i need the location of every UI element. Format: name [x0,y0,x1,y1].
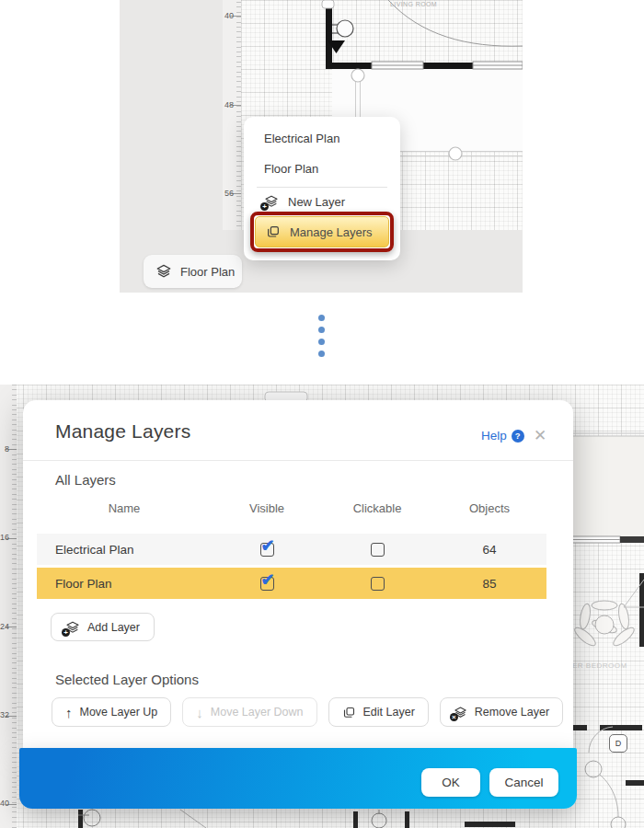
manage-layers-icon [266,224,281,239]
help-link[interactable]: Help ? [481,429,524,443]
help-icon: ? [512,430,524,443]
edit-layer-label: Edit Layer [363,706,415,719]
edit-layer-button[interactable]: Edit Layer [328,697,429,727]
add-layer-label: Add Layer [87,621,140,634]
menu-item-electrical-plan[interactable]: Electrical Plan [244,132,400,145]
layers-table: Name Visible Clickable Objects Electrica… [37,501,546,602]
close-icon[interactable]: ✕ [534,426,546,445]
remove-layer-icon [454,706,467,719]
visible-checkbox[interactable] [260,543,274,557]
help-label: Help [481,429,507,443]
column-header-visible: Visible [212,501,322,518]
header-divider [23,460,573,461]
cancel-button[interactable]: Cancel [489,768,558,797]
new-layer-label: New Layer [288,195,345,209]
new-layer-icon [264,194,279,209]
objects-count: 64 [432,543,546,557]
clickable-checkbox[interactable] [371,577,385,591]
layer-option-buttons: ↑ Move Layer Up ↓ Move Layer Down Edit L… [52,697,563,727]
layers-context-menu: Electrical Plan Floor Plan New Layer Man… [244,117,400,260]
manage-layers-dialog: Manage Layers Help ? ✕ All Layers Name V… [23,400,573,748]
menu-item-manage-layers[interactable]: Manage Layers [255,216,389,247]
move-layer-up-label: Move Layer Up [80,706,158,719]
table-row-electrical-plan[interactable]: Electrical Plan 64 [37,534,546,565]
active-layer-chip-label: Floor Plan [180,265,235,279]
arrow-down-icon: ↓ [196,706,203,719]
ok-button[interactable]: OK [421,768,480,797]
layer-name: Electrical Plan [37,543,212,557]
layers-table-header: Name Visible Clickable Objects [37,501,546,518]
menu-item-floor-plan[interactable]: Floor Plan [244,162,400,176]
move-layer-up-button[interactable]: ↑ Move Layer Up [52,697,171,727]
add-layer-icon [65,620,80,635]
canvas-capture-bottom: 8 16 24 32 40 [0,385,644,828]
remove-layer-label: Remove Layer [475,706,549,719]
ruler-label: 40 [224,11,234,20]
manage-layers-label: Manage Layers [290,225,373,239]
move-layer-down-button[interactable]: ↓ Move Layer Down [182,697,316,727]
all-layers-heading: All Layers [55,472,116,488]
remove-layer-button[interactable]: Remove Layer [440,697,563,727]
move-layer-down-label: Move Layer Down [211,706,304,719]
dialog-footer: OK Cancel [19,748,577,809]
continuation-dots [318,315,325,357]
menu-divider [257,187,387,188]
canvas-capture-top: 40 48 56 [120,0,523,293]
layers-icon [155,263,172,280]
ruler-label: 48 [224,100,234,109]
room-label-bedroom: ER BEDROOM [572,661,627,670]
menu-item-new-layer[interactable]: New Layer [264,194,345,209]
visible-checkbox[interactable] [260,577,274,591]
vertical-ruler: 40 48 56 [223,0,241,230]
room-label-living-room: LIVING ROOM [390,1,437,7]
arrow-up-icon: ↑ [65,706,73,719]
selected-layer-options-heading: Selected Layer Options [55,672,199,687]
table-row-floor-plan[interactable]: Floor Plan 85 [37,568,546,599]
screenshot-page: 40 48 56 [0,0,644,828]
layer-name: Floor Plan [37,577,212,591]
door-label: D [609,734,627,753]
dialog-title: Manage Layers [55,420,190,443]
clickable-checkbox[interactable] [371,543,385,557]
column-header-name: Name [37,501,212,518]
manage-layers-highlight-box: Manage Layers [250,212,394,252]
ruler-label: 56 [224,189,234,198]
objects-count: 85 [432,577,546,591]
column-header-objects: Objects [432,501,546,518]
edit-layer-icon [342,706,356,719]
add-layer-button[interactable]: Add Layer [51,613,155,641]
active-layer-chip[interactable]: Floor Plan [144,255,242,288]
column-header-clickable: Clickable [322,501,432,518]
